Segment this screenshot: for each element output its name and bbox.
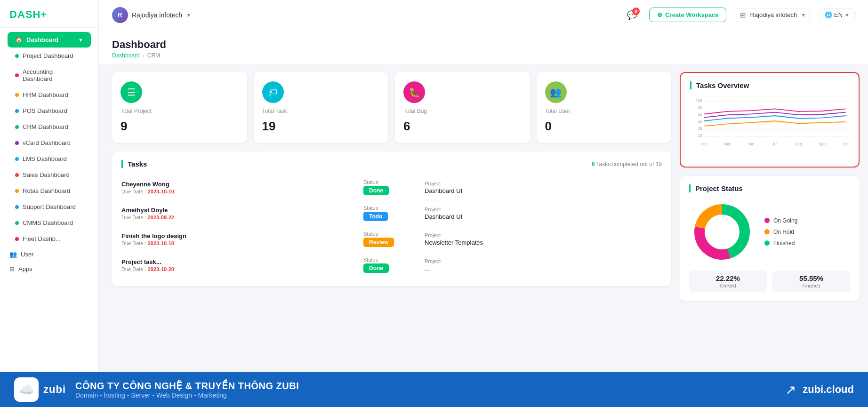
- status-badge: Done: [363, 186, 389, 195]
- svg-text:May: May: [724, 142, 731, 146]
- stat-card: 👥 Total User 0: [537, 72, 672, 143]
- notifications-button[interactable]: 💬 9: [624, 7, 641, 24]
- task-due: Due Date : 2023-10-20: [121, 266, 359, 272]
- svg-text:Sep: Sep: [819, 142, 826, 146]
- task-status: Status Done: [363, 257, 420, 273]
- sidebar-item-apps[interactable]: ⊞ Apps: [4, 262, 95, 276]
- sidebar-item-pos-dashboard[interactable]: POS Dashboard: [8, 103, 91, 119]
- chevron-down-icon: ▼: [186, 12, 191, 18]
- breadcrumb-separator: ›: [143, 52, 145, 59]
- legend-item: On Going: [764, 217, 797, 224]
- main-content: R Rajodiya infotech ▼ 💬 9 ⊕ Create Works…: [99, 0, 868, 407]
- svg-text:Apr: Apr: [701, 142, 707, 146]
- task-info: Finish the logo design Due Date : 2023-1…: [121, 232, 359, 246]
- breadcrumb: Dashboard › CRM: [112, 52, 855, 59]
- tasks-card: Tasks 8 Tasks completed out of 19 Cheyen…: [112, 152, 671, 286]
- legend-item: On Hold: [764, 229, 797, 235]
- sidebar-item-label: Accounting Dashboard: [23, 68, 83, 82]
- notification-badge: 9: [632, 8, 640, 15]
- sidebar-item-label: Support Dashboard: [23, 203, 76, 210]
- bug-icon: 🐛: [403, 81, 425, 103]
- task-due: Due Date : 2023-09-22: [121, 215, 359, 220]
- workspace-org-name: Rajodiya infotech: [750, 11, 797, 18]
- sidebar-item-label: Rotas Dashboard: [23, 187, 70, 194]
- sidebar-item-accounting-dashboard[interactable]: Accounting Dashboard: [8, 64, 91, 87]
- sidebar-item-fleet-dashboard[interactable]: Fleet Dashb...: [8, 231, 91, 247]
- org-selector[interactable]: R Rajodiya infotech ▼: [112, 7, 191, 23]
- task-row: Cheyenne Wong Due Date : 2023-10-10 Stat…: [121, 175, 662, 200]
- stat-label: Total Bug: [403, 108, 522, 114]
- promo-banner[interactable]: ☁️ zubi CÔNG TY CÔNG NGHỆ & TRUYỀN THÔNG…: [0, 372, 868, 407]
- sidebar-item-support-dashboard[interactable]: Support Dashboard: [8, 199, 91, 215]
- cloud-icon: ☁️: [14, 377, 39, 402]
- legend-dot: [764, 240, 770, 246]
- plus-icon: ⊕: [657, 11, 662, 18]
- sidebar-item-label: Fleet Dashb...: [23, 235, 61, 242]
- create-workspace-button[interactable]: ⊕ Create Workspace: [649, 8, 726, 22]
- task-project: Project ...: [425, 258, 662, 272]
- donut-chart: [689, 199, 755, 265]
- svg-text:28: 28: [698, 127, 702, 131]
- sidebar-item-sales-dashboard[interactable]: Sales Dashboard: [8, 167, 91, 183]
- list-icon: ☰: [121, 81, 142, 103]
- sidebar-item-project-dashboard[interactable]: Project Dashboard: [8, 48, 91, 64]
- svg-text:Jul: Jul: [772, 142, 778, 146]
- task-info: Project task... Due Date : 2023-10-20: [121, 258, 359, 272]
- dot-icon: [15, 54, 19, 58]
- tag-icon: 🏷: [262, 81, 284, 103]
- language-selector[interactable]: 🌐 EN ▼: [820, 8, 855, 21]
- task-status: Status Todo: [363, 205, 420, 221]
- stat-cards: ☰ Total Project 9 🏷 Total Task 19 🐛 Tota…: [112, 72, 671, 143]
- page-title: Dashboard: [112, 39, 855, 51]
- stat-value: 19: [262, 119, 380, 134]
- svg-text:46: 46: [698, 120, 702, 124]
- users-icon: 👥: [545, 81, 567, 103]
- tasks-overview-card: Tasks Overview 100 82 64 46 28 10: [680, 72, 860, 168]
- grid-icon: ⊞: [9, 265, 15, 272]
- topbar: R Rajodiya infotech ▼ 💬 9 ⊕ Create Works…: [99, 0, 868, 30]
- stat-label: Total Project: [121, 108, 239, 114]
- task-info: Amethyst Doyle Due Date : 2023-09-22: [121, 207, 359, 220]
- sidebar-item-cmms-dashboard[interactable]: CMMS Dashboard: [8, 215, 91, 231]
- svg-text:64: 64: [698, 113, 702, 117]
- sidebar-item-users[interactable]: 👥 User: [4, 247, 95, 262]
- status-badge: Todo: [363, 212, 388, 221]
- dot-icon: [15, 237, 19, 241]
- sidebar-item-vcard-dashboard[interactable]: vCard Dashboard: [8, 135, 91, 151]
- svg-text:10: 10: [698, 134, 702, 138]
- sidebar-item-lms-dashboard[interactable]: LMS Dashboard: [8, 151, 91, 167]
- sidebar: DASH+ 🏠 Dashboard ▼ Project DashboardAcc…: [0, 0, 99, 407]
- sidebar-item-label: LMS Dashboard: [23, 155, 67, 162]
- workspace-org-selector[interactable]: ⊞ Rajodiya infotech ▼: [735, 8, 811, 22]
- task-row: Project task... Due Date : 2023-10-20 St…: [121, 252, 662, 278]
- arrow-icon: ↗: [785, 382, 796, 398]
- sidebar-item-label: POS Dashboard: [23, 107, 67, 114]
- tasks-meta: 8 Tasks completed out of 19: [592, 161, 662, 168]
- sidebar-item-crm-dashboard[interactable]: CRM Dashboard: [8, 119, 91, 135]
- stat-card: 🏷 Total Task 19: [254, 72, 389, 143]
- task-due: Due Date : 2023-10-18: [121, 240, 359, 246]
- breadcrumb-home[interactable]: Dashboard: [112, 52, 140, 59]
- task-name: Project task...: [121, 258, 359, 265]
- task-project: Project Dashboard UI: [425, 181, 662, 194]
- status-pct-item: 55.55% Finished: [772, 271, 850, 292]
- svg-text:Jun: Jun: [748, 142, 755, 146]
- task-due: Due Date : 2023-10-10: [121, 189, 359, 194]
- users-icon: 👥: [9, 251, 17, 258]
- page-content: Dashboard Dashboard › CRM ☰ Total Projec…: [99, 30, 868, 407]
- tasks-overview-title: Tasks Overview: [690, 81, 849, 89]
- task-name: Cheyenne Wong: [121, 181, 359, 188]
- dot-icon: [15, 109, 19, 113]
- status-pct-value: 55.55%: [779, 274, 844, 282]
- sidebar-item-label: HRM Dashboard: [23, 91, 68, 98]
- task-row: Amethyst Doyle Due Date : 2023-09-22 Sta…: [121, 200, 662, 226]
- sidebar-item-dashboard[interactable]: 🏠 Dashboard ▼: [8, 32, 91, 48]
- org-name: Rajodiya infotech: [132, 11, 182, 19]
- task-project: Project Dashboard UI: [425, 207, 662, 220]
- svg-text:82: 82: [698, 105, 702, 110]
- tasks-header: Tasks 8 Tasks completed out of 19: [121, 160, 662, 168]
- tasks-title: Tasks: [121, 160, 147, 168]
- task-status: Status Done: [363, 179, 420, 195]
- sidebar-item-rotas-dashboard[interactable]: Rotas Dashboard: [8, 183, 91, 199]
- sidebar-item-hrm-dashboard[interactable]: HRM Dashboard: [8, 87, 91, 103]
